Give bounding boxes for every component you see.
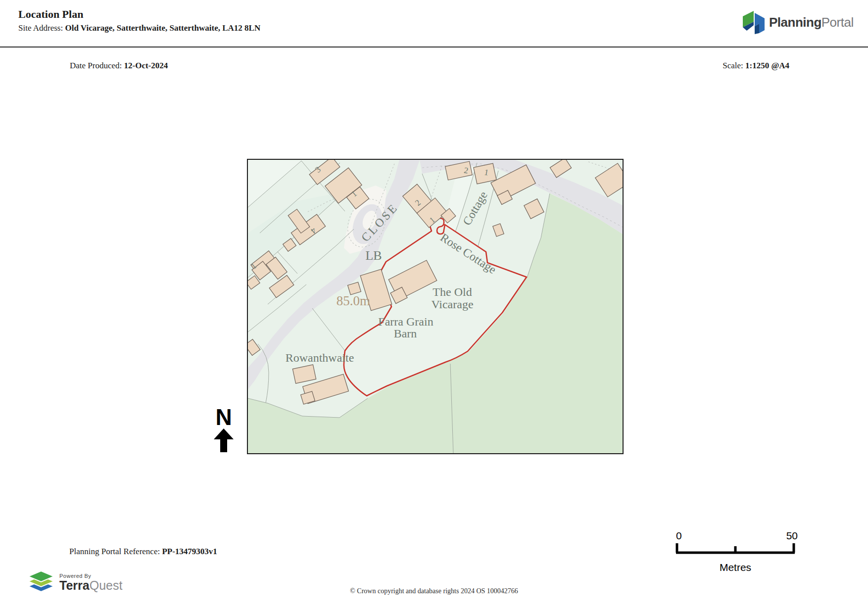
scale-label: Scale: <box>723 61 745 70</box>
copyright-notice: © Crown copyright and database rights 20… <box>0 587 868 595</box>
planning-portal-logo: PlanningPortal <box>742 10 854 35</box>
logo-text-portal: Portal <box>821 15 854 30</box>
map-canvas: CLOSE LB 85.0m Rose Cottage Cottage The … <box>248 160 623 453</box>
site-address-value: Old Vicarage, Satterthwaite, Satterthwai… <box>65 23 260 33</box>
map-label-spot-height: 85.0m <box>337 293 370 308</box>
planning-portal-logo-text: PlanningPortal <box>769 15 854 30</box>
map-label-rowanthwaite: Rowanthwaite <box>286 351 354 364</box>
site-address-label: Site Address: <box>18 23 65 33</box>
scale-value: 1:1250 @A4 <box>745 61 789 70</box>
location-plan-document: Location Plan Site Address: Old Vicarage… <box>0 0 868 614</box>
scale-bar-unit: Metres <box>720 562 751 573</box>
date-produced-value: 12-Oct-2024 <box>124 61 168 70</box>
location-plan-map: CLOSE LB 85.0m Rose Cottage Cottage The … <box>247 159 624 454</box>
map-label-barn-2: Barn <box>394 327 417 340</box>
scale-bar-graphic: 0 50 Metres <box>675 529 799 576</box>
header-divider <box>0 47 868 47</box>
date-produced-label: Date Produced: <box>70 61 124 70</box>
map-label-old-vicarage-1: The Old <box>433 285 472 298</box>
date-produced: Date Produced: 12-Oct-2024 <box>70 61 168 71</box>
north-label: N <box>208 406 240 428</box>
map-label-old-vicarage-2: Vicarage <box>431 298 473 311</box>
scale-bar-end: 50 <box>786 530 798 541</box>
logo-text-planning: Planning <box>769 15 821 30</box>
planning-portal-reference: Planning Portal Reference: PP-13479303v1 <box>69 547 217 557</box>
north-arrow: N <box>208 406 240 454</box>
planning-portal-logo-icon <box>742 10 765 35</box>
reference-label: Planning Portal Reference: <box>69 547 162 556</box>
scale-bar-start: 0 <box>676 530 682 541</box>
north-arrow-icon <box>214 428 234 452</box>
page-title: Location Plan <box>18 8 83 21</box>
map-label-barn-1: Farra Grain <box>378 315 433 328</box>
reference-value: PP-13479303v1 <box>162 547 217 556</box>
scale-text: Scale: 1:1250 @A4 <box>723 61 789 71</box>
map-label-lb: LB <box>365 248 382 263</box>
scale-bar: 0 50 Metres <box>675 529 799 578</box>
site-address: Site Address: Old Vicarage, Satterthwait… <box>18 23 260 33</box>
